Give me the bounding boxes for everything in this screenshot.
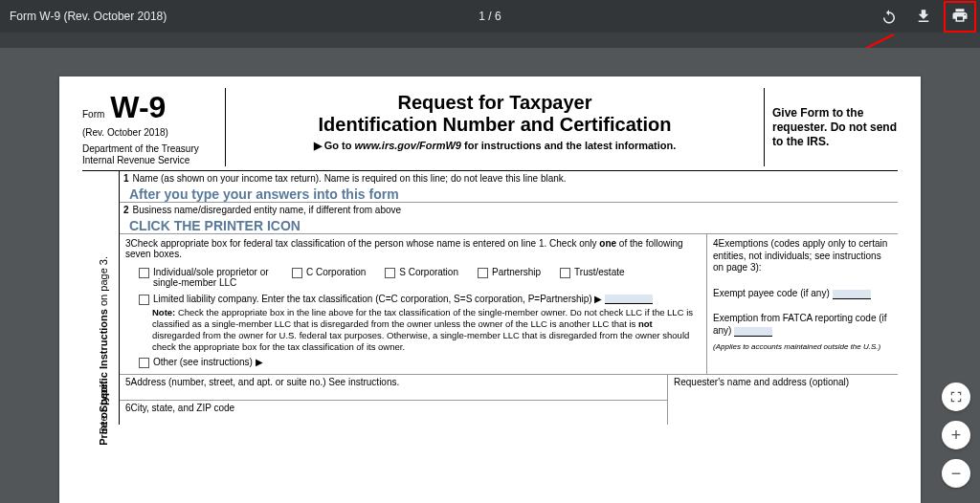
header-left: Form W-9 (Rev. October 2018) Department …: [82, 88, 226, 166]
checkbox-icon[interactable]: [560, 268, 570, 278]
form-number: W-9: [110, 90, 166, 125]
checkbox-icon[interactable]: [292, 268, 302, 278]
float-controls: + −: [942, 383, 970, 488]
cb-partnership[interactable]: Partnership: [478, 267, 541, 278]
cb-individual[interactable]: Individual/sole proprietor or single-mem…: [139, 267, 273, 288]
zoom-in-button[interactable]: +: [942, 421, 970, 449]
address-block: 5Address (number, street, and apt. or su…: [120, 374, 898, 425]
download-icon[interactable]: [915, 8, 932, 25]
form-body: 1Name (as shown on your income tax retur…: [119, 171, 898, 425]
pdf-toolbar: Form W-9 (Rev. October 2018) 1 / 6: [0, 0, 980, 33]
checkbox-row-1: Individual/sole proprietor or single-mem…: [139, 267, 701, 288]
rotate-icon[interactable]: [880, 8, 898, 25]
line-1: 1Name (as shown on your income tax retur…: [120, 171, 898, 186]
llc-note: Note: Check the appropriate box in the l…: [152, 307, 701, 353]
fatca-field[interactable]: [734, 327, 772, 337]
form-header: Form W-9 (Rev. October 2018) Department …: [82, 88, 898, 171]
pdf-viewport[interactable]: Form W-9 (Rev. October 2018) Department …: [0, 48, 980, 503]
requester-box: Requester's name and address (optional): [668, 375, 898, 425]
line-1-entry[interactable]: After you type your answers into this fo…: [120, 186, 898, 203]
dept-line-2: Internal Revenue Service: [82, 155, 219, 166]
goto-line: ▶ Go to www.irs.gov/FormW9 for instructi…: [234, 140, 756, 152]
toolbar-shadow: [0, 33, 980, 48]
checkbox-icon[interactable]: [139, 358, 149, 368]
revision-line: (Rev. October 2018): [82, 127, 219, 138]
checkbox-icon[interactable]: [139, 295, 149, 305]
print-button-highlight: [944, 1, 976, 33]
line-2-entry[interactable]: CLICK THE PRINTER ICON: [120, 217, 898, 234]
applies-note: (Applies to accounts maintained outside …: [713, 342, 892, 352]
cb-other[interactable]: Other (see instructions) ▶: [139, 357, 701, 368]
llc-classification-field[interactable]: [605, 295, 653, 304]
header-right-box: Give Form to the requester. Do not send …: [764, 88, 898, 166]
cb-trust[interactable]: Trust/estate: [560, 267, 624, 278]
document-title: Form W-9 (Rev. October 2018): [10, 10, 167, 23]
line-2: 2Business name/disregarded entity name, …: [120, 203, 898, 217]
form-title: Request for Taxpayer Identification Numb…: [234, 92, 756, 136]
cb-scorp[interactable]: S Corporation: [385, 267, 458, 278]
checkbox-icon[interactable]: [139, 268, 149, 278]
line-3-col: 3Check appropriate box for federal tax c…: [120, 234, 706, 374]
fatca-row: Exemption from FATCA reporting code (if …: [713, 313, 892, 337]
cb-ccorp[interactable]: C Corporation: [292, 267, 366, 278]
print-icon[interactable]: [951, 7, 969, 24]
fit-page-button[interactable]: [942, 383, 970, 411]
line-6: 6City, state, and ZIP code: [120, 400, 667, 425]
line-3-4-row: 3Check appropriate box for federal tax c…: [120, 234, 898, 374]
side-see-instructions: See Specific Instructions on page 3.: [98, 256, 109, 434]
line-4-col: 4Exemptions (codes apply only to certain…: [706, 234, 898, 374]
page-indicator: 1 / 6: [479, 10, 501, 23]
exempt-payee-row: Exempt payee code (if any): [713, 288, 892, 300]
exempt-payee-field[interactable]: [833, 290, 871, 299]
address-left: 5Address (number, street, and apt. or su…: [120, 375, 668, 425]
zoom-out-button[interactable]: −: [942, 459, 970, 488]
pdf-page: Form W-9 (Rev. October 2018) Department …: [59, 77, 921, 503]
dept-line-1: Department of the Treasury: [82, 143, 219, 155]
cb-llc[interactable]: Limited liability company. Enter the tax…: [139, 294, 701, 305]
side-labels: Print or type. See Specific Instructions…: [98, 256, 117, 503]
form-word: Form: [82, 109, 104, 120]
header-center: Request for Taxpayer Identification Numb…: [226, 88, 764, 166]
checkbox-icon[interactable]: [385, 268, 395, 278]
line-5: 5Address (number, street, and apt. or su…: [120, 375, 667, 400]
checkbox-icon[interactable]: [478, 268, 488, 278]
